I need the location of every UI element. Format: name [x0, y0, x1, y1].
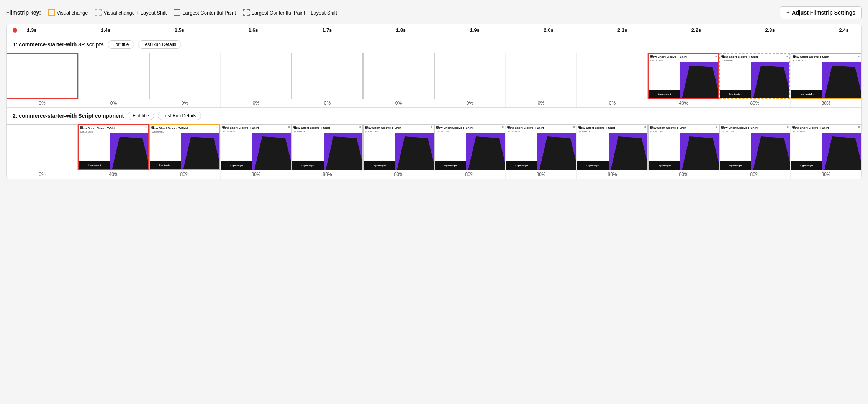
frame-image-1-9	[577, 53, 648, 99]
key-lcp-layout-icon	[243, 9, 250, 16]
frame-image-2-7: ≡ New Short Sleeve T-Shirt $25.99 USD Li…	[434, 124, 505, 170]
key-visual-layout: Visual change + Layout Shift	[95, 9, 167, 16]
frame-image-2-8: ≡ New Short Sleeve T-Shirt $25.99 USD Li…	[506, 124, 576, 170]
frame-icons	[650, 126, 653, 129]
table-row: ≡ New Short Sleeve T-Shirt $25.99 USD Li…	[434, 124, 505, 179]
table-row: ≡ New Short Sleeve T-Shirt $25.99 USD Li…	[790, 53, 861, 107]
timeline-timestamp: 1.7s	[316, 27, 339, 33]
adjust-filmstrip-plus-icon: +	[786, 10, 789, 16]
timeline-timestamp: 2.4s	[832, 27, 855, 33]
run-title-1: 1: commerce-starter-with 3P scripts	[13, 41, 104, 48]
frame-icons	[507, 126, 510, 129]
table-row: 0%	[7, 53, 78, 107]
key-lcp-icon	[174, 9, 180, 16]
run-section-1: 1: commerce-starter-with 3P scripts Edit…	[7, 36, 861, 108]
product-lightweight-tag: Lightweight	[79, 161, 110, 169]
key-lcp: Largest Contentful Paint	[174, 9, 236, 16]
test-run-details-button-1[interactable]: Test Run Details	[138, 40, 181, 49]
frame-image-1-1	[7, 53, 78, 99]
frame-menu-icon: ≡	[359, 126, 361, 129]
frame-percent-1-1: 0%	[7, 99, 78, 107]
frame-menu-icon: ≡	[858, 126, 860, 129]
key-visual-layout-icon	[95, 9, 102, 16]
product-title: New Short Sleeve T-Shirt	[80, 126, 147, 130]
frame-image-2-2: ≡ New Short Sleeve T-Shirt $25.99 USD Li…	[78, 124, 149, 170]
product-title: New Short Sleeve T-Shirt	[793, 55, 859, 59]
table-row: ≡ New Short Sleeve T-Shirt $25.99 USD Li…	[648, 124, 719, 179]
frame-image-1-2	[78, 53, 149, 99]
product-card: ≡ New Short Sleeve T-Shirt $25.99 USD Li…	[577, 125, 647, 170]
product-lightweight-tag: Lightweight	[649, 90, 680, 98]
product-lightweight-tag: Lightweight	[221, 161, 252, 170]
product-lightweight-tag: Lightweight	[720, 161, 751, 170]
product-text-area: New Short Sleeve T-Shirt $25.99 USD	[292, 125, 362, 133]
frame-percent-2-1: 0%	[7, 170, 78, 179]
frame-menu-icon: ≡	[216, 126, 218, 130]
product-image-area: Lightweight	[221, 133, 291, 170]
run-header-1: 1: commerce-starter-with 3P scripts Edit…	[7, 36, 861, 53]
table-row: 0%	[149, 53, 220, 107]
timeline-timestamp: 2.2s	[685, 27, 708, 33]
product-text-area: New Short Sleeve T-Shirt $25.99 USD	[79, 125, 148, 133]
frame-image-1-11: ≡ New Short Sleeve T-Shirt $25.99 USD Li…	[719, 53, 790, 99]
table-row: ≡ New Short Sleeve T-Shirt $25.99 USD Li…	[576, 124, 648, 179]
product-text-area: New Short Sleeve T-Shirt $25.99 USD	[150, 125, 219, 133]
frame-menu-icon: ≡	[858, 55, 860, 58]
edit-title-button-1[interactable]: Edit title	[108, 40, 134, 49]
frame-image-1-7	[434, 53, 505, 99]
product-text-area: New Short Sleeve T-Shirt $25.99 USD	[649, 125, 719, 133]
frame-image-2-6: ≡ New Short Sleeve T-Shirt $25.99 USD Li…	[363, 124, 434, 170]
product-card: ≡ New Short Sleeve T-Shirt $25.99 USD Li…	[150, 125, 219, 169]
timeline-timestamp: 2.3s	[758, 27, 781, 33]
frame-icon-circle	[792, 126, 795, 129]
frame-icon-circle	[721, 126, 724, 129]
product-image-area: Lightweight	[649, 62, 718, 98]
frame-image-2-12: ≡ New Short Sleeve T-Shirt $25.99 USD Li…	[791, 124, 861, 170]
table-row: ≡ New Short Sleeve T-Shirt $25.99 USD Li…	[78, 124, 149, 179]
product-text-area: New Short Sleeve T-Shirt $25.99 USD	[506, 125, 576, 133]
frame-icons	[436, 126, 439, 129]
frame-percent-2-5: 80%	[292, 170, 363, 179]
frame-image-1-10: ≡ New Short Sleeve T-Shirt $25.99 USD Li…	[648, 53, 719, 99]
product-card: ≡ New Short Sleeve T-Shirt $25.99 USD Li…	[791, 54, 861, 98]
frame-percent-1-8: 0%	[506, 99, 576, 107]
frame-percent-2-12: 80%	[791, 170, 861, 179]
product-text-area: New Short Sleeve T-Shirt $25.99 USD	[791, 125, 861, 133]
timeline-labels: 1.3s1.4s1.5s1.6s1.7s1.8s1.9s2.0s2.1s2.2s…	[20, 27, 855, 33]
key-lcp-label: Largest Contentful Paint	[182, 10, 236, 16]
product-card: ≡ New Short Sleeve T-Shirt $25.99 USD Li…	[435, 125, 505, 170]
frame-menu-icon: ≡	[502, 126, 504, 129]
frame-icon-circle	[578, 126, 581, 129]
frame-menu-icon: ≡	[288, 126, 290, 129]
product-image-area: Lightweight	[791, 133, 861, 170]
frame-icons	[650, 55, 653, 58]
key-lcp-layout: Largest Contentful Paint + Layout Shift	[243, 9, 337, 16]
timeline-timestamp: 1.8s	[390, 27, 413, 33]
product-lightweight-tag: Lightweight	[720, 90, 751, 98]
frame-icons	[792, 126, 795, 129]
frame-image-2-4: ≡ New Short Sleeve T-Shirt $25.99 USD Li…	[221, 124, 292, 170]
key-visual-change-label: Visual change	[57, 10, 88, 16]
key-visual-layout-label: Visual change + Layout Shift	[103, 10, 167, 16]
product-lightweight-tag: Lightweight	[292, 161, 324, 170]
product-lightweight-tag: Lightweight	[791, 161, 822, 170]
timeline-timestamp: 1.3s	[20, 27, 43, 33]
product-title: New Short Sleeve T-Shirt	[365, 126, 432, 130]
frame-percent-1-12: 80%	[791, 99, 861, 107]
adjust-filmstrip-button[interactable]: + Adjust Filmstrip Settings	[780, 6, 862, 19]
filmstrip-key: Filmstrip key: Visual change Visual chan…	[6, 9, 337, 16]
frame-image-1-3	[149, 53, 220, 99]
frame-icon-circle	[793, 55, 796, 58]
product-text-area: New Short Sleeve T-Shirt $25.99 USD	[791, 54, 861, 62]
product-title: New Short Sleeve T-Shirt	[579, 126, 646, 130]
product-image-area: Lightweight	[364, 133, 434, 170]
edit-title-button-2[interactable]: Edit title	[128, 112, 154, 120]
product-card: ≡ New Short Sleeve T-Shirt $25.99 USD Li…	[720, 125, 790, 170]
frame-icon-circle	[507, 126, 510, 129]
frames-grid-2: 0% ≡ New Short Sleeve T-Shirt $25.99 USD…	[7, 124, 861, 179]
test-run-details-button-2[interactable]: Test Run Details	[158, 112, 201, 120]
run-title-2: 2: commerce-starter-with Script componen…	[13, 113, 124, 119]
table-row: 0%	[434, 53, 505, 107]
timeline-timestamp: 1.5s	[168, 27, 191, 33]
product-title: New Short Sleeve T-Shirt	[793, 126, 860, 130]
